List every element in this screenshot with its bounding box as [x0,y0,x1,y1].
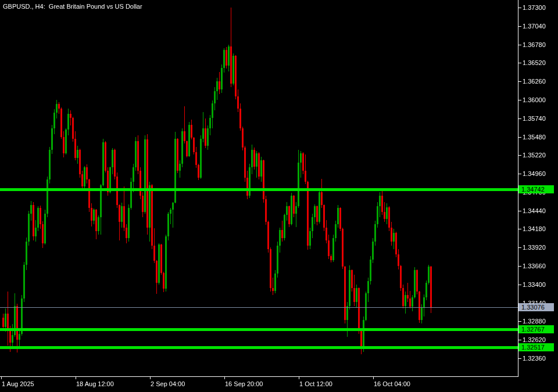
price-axis-label: 1.33400 [523,281,546,288]
hline-price-tag: 1.32517 [518,343,554,351]
bid-price-tag: 1.33076 [518,303,554,311]
chart-window: GBPUSD., H4: Great Britain Pound vs US D… [0,0,558,392]
chart-title: GBPUSD., H4: Great Britain Pound vs US D… [3,3,142,10]
price-axis-label: 1.35480 [523,134,546,141]
price-axis-label: 1.34180 [523,225,546,232]
price-axis-label: 1.33660 [523,262,546,269]
price-axis-label: 1.36260 [523,78,546,85]
price-axis-label: 1.33920 [523,244,546,251]
price-axis-label: 1.35740 [523,115,546,122]
price-axis-label: 1.32360 [523,355,546,362]
price-axis-label: 1.34440 [523,207,546,214]
time-axis-label: 1 Aug 2025 [2,380,34,387]
price-axis-label: 1.36520 [523,59,546,66]
time-axis-label: 16 Oct 04:00 [374,380,410,387]
hline-price-tag: 1.32767 [518,325,554,333]
price-axis-label: 1.34960 [523,170,546,177]
price-axis-label: 1.37040 [523,23,546,30]
price-axis-label: 1.36000 [523,96,546,103]
hline-price-tag: 1.34742 [518,185,554,193]
price-axis-label: 1.36780 [523,41,546,48]
candlestick-chart[interactable] [0,0,558,392]
time-axis-label: 1 Oct 12:00 [299,380,332,387]
price-axis-label: 1.35220 [523,152,546,159]
time-axis-label: 18 Aug 12:00 [76,380,114,387]
price-axis-label: 1.37300 [523,4,546,11]
time-axis-label: 2 Sep 04:00 [151,380,185,387]
price-axis-label: 1.32880 [523,318,546,325]
price-axis-label: 1.32620 [523,336,546,343]
time-axis-label: 16 Sep 20:00 [225,380,263,387]
